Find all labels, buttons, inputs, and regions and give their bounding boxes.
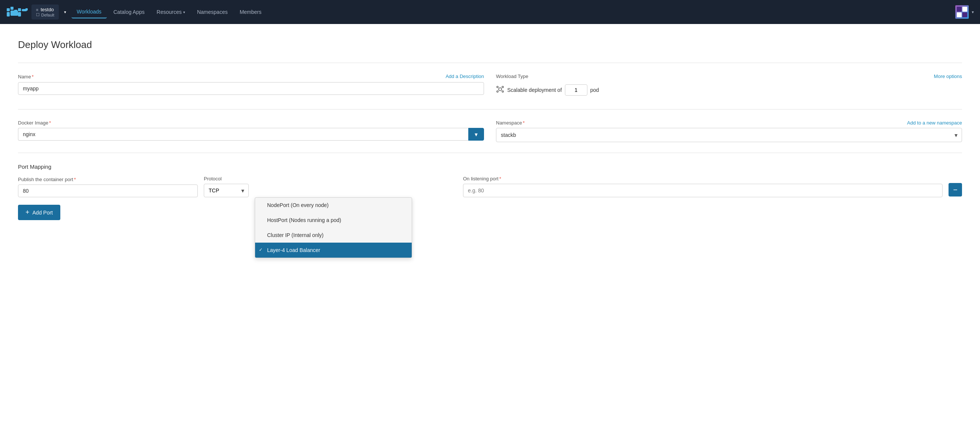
port-row: Publish the container port * Protocol TC…	[18, 176, 962, 197]
expose-option-nodeport[interactable]: NodePort (On every node)	[255, 198, 412, 212]
namespace-required: *	[523, 120, 525, 126]
user-dropdown-arrow[interactable]: ▾	[972, 10, 974, 14]
svg-point-12	[497, 91, 498, 92]
svg-rect-4	[7, 12, 10, 16]
user-menu[interactable]: ▾	[955, 5, 974, 19]
docker-required: *	[49, 120, 51, 126]
expose-option-hostport-label: HostPort (Nodes running a pod)	[267, 217, 341, 223]
svg-point-9	[499, 88, 502, 91]
protocol-group: Protocol TCP UDP ▾	[204, 176, 249, 197]
resources-chevron: ▾	[183, 10, 185, 14]
publish-port-label: Publish the container port *	[18, 177, 198, 182]
docker-dropdown-icon: ▾	[475, 131, 478, 138]
more-options-link[interactable]: More options	[934, 73, 962, 79]
remove-port-icon: −	[953, 186, 958, 194]
project-env: Default	[41, 13, 54, 17]
docker-namespace-section: Docker Image * ▾ Namespace * Ad	[18, 109, 962, 153]
expose-type-dropdown: NodePort (On every node) HostPort (Nodes…	[255, 197, 412, 258]
name-field-group: Name * Add a Description	[18, 73, 484, 95]
workload-type-group: Workload Type More options	[496, 73, 962, 99]
page-title: Deploy Workload	[18, 39, 962, 51]
name-required: *	[32, 74, 34, 80]
nav-namespaces[interactable]: Namespaces	[192, 6, 233, 18]
namespace-label: Namespace *	[496, 120, 525, 126]
name-workload-row: Name * Add a Description Workload Type M…	[18, 73, 962, 99]
svg-point-10	[497, 86, 498, 88]
svg-rect-0	[7, 8, 10, 11]
docker-image-group: Docker Image * ▾	[18, 120, 484, 140]
nav-workloads[interactable]: Workloads	[72, 6, 107, 18]
namespace-group: Namespace * Add to a new namespace stack…	[496, 120, 962, 142]
project-name: testdo	[40, 7, 54, 13]
workload-icon	[496, 85, 504, 95]
workload-type-label: Workload Type	[496, 73, 528, 79]
main-content: Deploy Workload Name * Add a Description…	[0, 24, 980, 447]
add-port-button[interactable]: + Add Port	[18, 205, 60, 220]
svg-rect-5	[18, 12, 21, 16]
navbar: ≡ testdo ☐ Default ▾ Workloads Catalog A…	[0, 0, 980, 24]
publish-required: *	[74, 177, 76, 182]
listen-port-input[interactable]	[463, 184, 943, 197]
add-description-link[interactable]: Add a Description	[445, 73, 484, 79]
docker-image-input[interactable]	[18, 128, 468, 140]
nav-resources[interactable]: Resources ▾	[151, 6, 190, 18]
expose-check-icon: ✓	[259, 247, 262, 252]
expose-option-loadbalancer-label: Layer-4 Load Balancer	[267, 247, 320, 253]
project-dropdown-arrow[interactable]: ▾	[62, 10, 68, 14]
pods-count-input[interactable]	[565, 85, 587, 96]
add-namespace-link[interactable]: Add to a new namespace	[907, 120, 962, 126]
protocol-select[interactable]: TCP UDP	[204, 184, 249, 197]
svg-rect-8	[25, 8, 28, 11]
protocol-select-wrapper: TCP UDP ▾	[204, 184, 249, 197]
nav-catalog-apps[interactable]: Catalog Apps	[108, 6, 150, 18]
svg-point-13	[502, 91, 503, 92]
workload-description: Scalable deployment of	[507, 87, 562, 93]
logo	[6, 5, 29, 19]
project-selector[interactable]: ≡ testdo ☐ Default	[32, 5, 59, 19]
container-port-group: Publish the container port *	[18, 177, 198, 197]
namespace-select-wrapper: stackb ▾	[496, 128, 962, 142]
port-mapping-section: Port Mapping Publish the container port …	[18, 153, 962, 231]
docker-image-label: Docker Image *	[18, 120, 484, 126]
add-port-plus-icon: +	[25, 209, 30, 216]
expose-option-clusterip-label: Cluster IP (Internal only)	[267, 232, 324, 238]
svg-rect-6	[11, 11, 18, 16]
docker-input-row: ▾	[18, 128, 484, 140]
expose-option-nodeport-label: NodePort (On every node)	[267, 202, 329, 208]
listen-port-group: On listening port *	[358, 176, 943, 197]
expose-option-loadbalancer[interactable]: ✓ Layer-4 Load Balancer	[255, 243, 412, 258]
listen-port-label: On listening port *	[463, 176, 943, 182]
container-port-input[interactable]	[18, 185, 198, 197]
user-avatar	[955, 5, 969, 19]
name-workload-section: Name * Add a Description Workload Type M…	[18, 62, 962, 109]
protocol-label: Protocol	[204, 176, 249, 182]
add-port-label: Add Port	[33, 210, 53, 216]
listen-required: *	[500, 176, 501, 182]
nav-members[interactable]: Members	[234, 6, 267, 18]
expose-option-hostport[interactable]: HostPort (Nodes running a pod)	[255, 212, 412, 228]
remove-port-button[interactable]: −	[948, 183, 962, 196]
main-nav: Workloads Catalog Apps Resources ▾ Names…	[72, 6, 267, 18]
svg-rect-1	[11, 7, 13, 10]
name-label: Name *	[18, 74, 34, 80]
workload-type-row: Scalable deployment of pod	[496, 81, 962, 99]
svg-rect-3	[18, 8, 21, 11]
expose-option-clusterip[interactable]: Cluster IP (Internal only)	[255, 228, 412, 243]
name-input[interactable]	[18, 82, 484, 95]
pods-suffix: pod	[590, 87, 599, 93]
docker-namespace-row: Docker Image * ▾ Namespace * Ad	[18, 120, 962, 142]
docker-dropdown-button[interactable]: ▾	[468, 128, 484, 140]
namespace-select[interactable]: stackb	[496, 128, 962, 142]
svg-point-11	[502, 86, 503, 88]
port-mapping-title: Port Mapping	[18, 163, 962, 170]
